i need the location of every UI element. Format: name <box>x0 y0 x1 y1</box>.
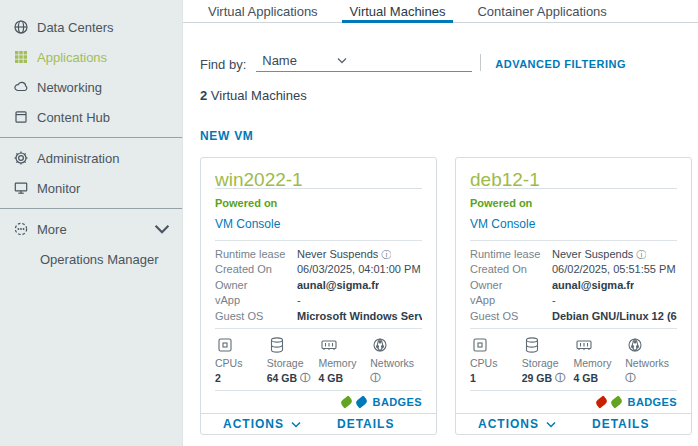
details-button[interactable]: DETAILS <box>592 417 649 431</box>
badges-link[interactable]: BADGES <box>373 396 422 408</box>
chevron-down-icon <box>337 57 347 64</box>
detail-value: 06/02/2025, 05:51:55 PM <box>552 262 676 278</box>
chevron-down-icon <box>546 421 556 428</box>
tab-bar: Virtual Applications Virtual Machines Co… <box>183 0 698 23</box>
content-hub-icon <box>13 109 29 125</box>
info-icon[interactable] <box>370 373 380 383</box>
vm-resources: CPUs 2 Storage 64 GB Memory 4 GB <box>215 335 422 384</box>
detail-label: Created On <box>215 262 297 278</box>
vm-count-number: 2 <box>200 88 207 103</box>
badges-row: BADGES <box>470 390 677 413</box>
resource-value: 4 GB <box>574 372 599 384</box>
resource-value: 1 <box>470 372 476 384</box>
detail-label: Runtime lease <box>470 247 552 263</box>
actions-button[interactable]: ACTIONS <box>478 417 556 431</box>
detail-row: Runtime lease Never Suspends <box>470 247 677 263</box>
sidebar-item-administration[interactable]: Administration <box>0 143 182 173</box>
resource-label: Storage <box>522 357 566 369</box>
resource-networks: Networks <box>370 335 414 384</box>
divider <box>215 240 422 241</box>
detail-value-text: Never Suspends <box>552 247 633 263</box>
vm-name: win2022-1 <box>215 158 422 189</box>
storage-icon <box>267 335 311 355</box>
tab-virtual-machines[interactable]: Virtual Machines <box>342 0 454 22</box>
resource-label: Networks <box>625 357 669 369</box>
info-icon[interactable] <box>625 373 635 383</box>
badge-tag-icon <box>594 396 608 409</box>
actions-label: ACTIONS <box>223 417 284 431</box>
main-area: Virtual Applications Virtual Machines Co… <box>183 0 698 446</box>
detail-value: 06/03/2025, 04:01:00 PM <box>297 262 421 278</box>
detail-label: Runtime lease <box>215 247 297 263</box>
detail-row: Created On 06/03/2025, 04:01:00 PM <box>215 262 422 278</box>
vm-details-list: Runtime lease Never Suspends Created On … <box>215 247 422 325</box>
sidebar-item-label: Administration <box>37 151 119 166</box>
find-by-selected-value: Name <box>262 53 297 68</box>
advanced-filtering-link[interactable]: ADVANCED FILTERING <box>495 58 626 70</box>
resource-value: 29 GB <box>522 372 552 384</box>
info-icon[interactable] <box>636 250 646 260</box>
actions-button[interactable]: ACTIONS <box>223 417 301 431</box>
monitor-display-icon <box>13 180 29 196</box>
sidebar-item-label: Data Centers <box>37 20 114 35</box>
sidebar-item-more[interactable]: More <box>0 214 182 244</box>
filter-row: Find by: Name ADVANCED FILTERING <box>200 53 698 72</box>
detail-row: Created On 06/02/2025, 05:51:55 PM <box>470 262 677 278</box>
badges-row: BADGES <box>215 390 422 413</box>
sidebar-item-networking[interactable]: Networking <box>0 72 182 102</box>
vm-count-label: Virtual Machines <box>211 88 307 103</box>
vm-console-link[interactable]: VM Console <box>470 217 535 231</box>
divider <box>215 328 422 329</box>
detail-value: aunal@sigma.fr <box>297 278 379 294</box>
tab-virtual-applications[interactable]: Virtual Applications <box>200 0 326 22</box>
sidebar-divider <box>0 208 182 209</box>
details-button[interactable]: DETAILS <box>337 417 394 431</box>
administration-gear-icon <box>13 150 29 166</box>
detail-row: Owner aunal@sigma.fr <box>470 278 677 294</box>
tab-container-applications[interactable]: Container Applications <box>469 0 614 22</box>
detail-label: Guest OS <box>470 309 552 325</box>
sidebar-item-content-hub[interactable]: Content Hub <box>0 102 182 132</box>
info-icon[interactable] <box>555 373 565 383</box>
vm-card: win2022-1 Powered on VM Console Runtime … <box>200 157 437 435</box>
resource-label: Storage <box>267 357 311 369</box>
detail-row: Guest OS Microsoft Windows Server 202... <box>215 309 422 325</box>
resource-value: 4 GB <box>319 372 344 384</box>
divider <box>470 328 677 329</box>
find-by-select[interactable]: Name <box>256 53 472 72</box>
detail-row: Owner aunal@sigma.fr <box>215 278 422 294</box>
cpu-icon <box>215 335 259 355</box>
memory-icon <box>574 335 618 355</box>
detail-value: aunal@sigma.fr <box>552 278 634 294</box>
sidebar-item-applications[interactable]: Applications <box>0 42 182 72</box>
detail-row: Guest OS Debian GNU/Linux 12 (64-bit) <box>470 309 677 325</box>
info-icon[interactable] <box>300 373 310 383</box>
new-vm-button[interactable]: NEW VM <box>200 129 254 143</box>
vm-status: Powered on <box>215 197 422 209</box>
networks-icon <box>625 335 669 355</box>
info-icon[interactable] <box>381 250 391 260</box>
resource-memory: Memory 4 GB <box>319 335 363 384</box>
vm-card: deb12-1 Powered on VM Console Runtime le… <box>455 157 692 435</box>
detail-label: Created On <box>470 262 552 278</box>
find-by-label: Find by: <box>200 57 246 72</box>
sidebar-item-monitor[interactable]: Monitor <box>0 173 182 203</box>
badges-link[interactable]: BADGES <box>628 396 677 408</box>
sidebar-item-label: Applications <box>37 50 107 65</box>
badge-tag-icon <box>339 396 353 409</box>
detail-label: Owner <box>215 278 297 294</box>
sidebar-item-operations-manager[interactable]: Operations Manager <box>0 244 182 274</box>
chevron-down-icon <box>154 221 170 237</box>
resource-storage: Storage 64 GB <box>267 335 311 384</box>
resource-value: 64 GB <box>267 372 297 384</box>
resource-label: CPUs <box>215 357 259 369</box>
resource-label: CPUs <box>470 357 514 369</box>
detail-row: vApp - <box>470 293 677 309</box>
sidebar-item-data-centers[interactable]: Data Centers <box>0 12 182 42</box>
detail-row: Runtime lease Never Suspends <box>215 247 422 263</box>
vm-console-link[interactable]: VM Console <box>215 217 280 231</box>
detail-value: - <box>297 293 301 309</box>
sidebar-divider <box>0 137 182 138</box>
resource-label: Memory <box>574 357 618 369</box>
detail-value: Never Suspends <box>297 247 391 263</box>
